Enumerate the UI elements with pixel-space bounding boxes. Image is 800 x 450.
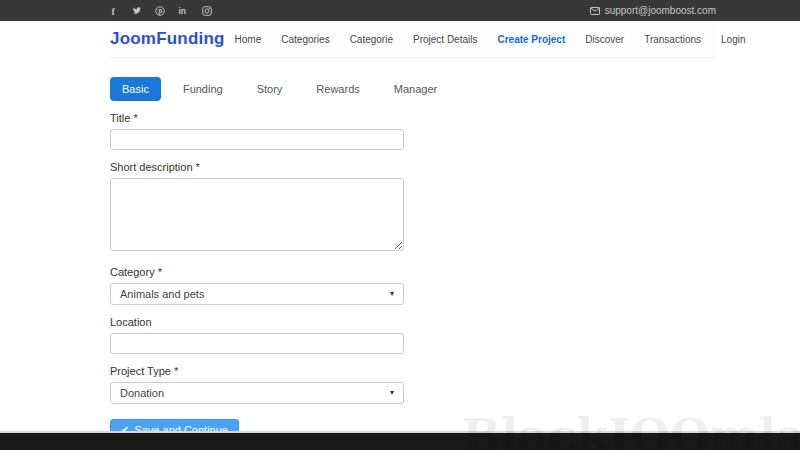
nav-item-categorie[interactable]: Categorie [340, 34, 403, 45]
location-label: Location [110, 316, 404, 329]
brand-logo[interactable]: JoomFunding [110, 29, 225, 49]
category-select[interactable]: Animals and pets ▾ [110, 283, 404, 305]
svg-text:in: in [179, 6, 187, 15]
short-description-label: Short description * [110, 161, 404, 174]
svg-text:f: f [112, 6, 116, 16]
title-input[interactable] [110, 129, 404, 150]
project-type-label: Project Type * [110, 365, 404, 378]
title-label: Title * [110, 112, 404, 125]
instagram-icon [202, 6, 212, 16]
tab-basic[interactable]: Basic [110, 77, 161, 101]
svg-text:p: p [158, 7, 162, 15]
pinterest-icon: p [155, 6, 165, 16]
footer-bar [0, 431, 800, 450]
nav-item-categories[interactable]: Categories [271, 34, 339, 45]
project-type-selected-value: Donation [120, 387, 164, 399]
category-selected-value: Animals and pets [120, 288, 204, 300]
support-email-text: support@joomboost.com [605, 5, 716, 16]
project-type-select[interactable]: Donation ▾ [110, 382, 404, 404]
social-links: f p in [110, 6, 212, 16]
tab-manager[interactable]: Manager [382, 77, 449, 101]
main-menu: Home Categories Categorie Project Detail… [225, 34, 756, 45]
nav-item-discover[interactable]: Discover [575, 34, 634, 45]
support-email-link[interactable]: support@joomboost.com [590, 5, 716, 16]
envelope-icon [590, 7, 600, 15]
tab-story[interactable]: Story [245, 77, 295, 101]
instagram-link[interactable] [202, 6, 212, 16]
nav-item-login[interactable]: Login [711, 34, 755, 45]
twitter-icon [132, 6, 142, 15]
caret-down-icon: ▾ [390, 389, 394, 397]
nav-item-home[interactable]: Home [225, 34, 272, 45]
linkedin-icon: in [178, 6, 189, 15]
pinterest-link[interactable]: p [155, 6, 165, 16]
tab-rewards[interactable]: Rewards [304, 77, 371, 101]
nav-item-transactions[interactable]: Transactions [634, 34, 711, 45]
facebook-icon: f [110, 6, 119, 16]
caret-down-icon: ▾ [390, 290, 394, 298]
form-tabs: Basic Funding Story Rewards Manager [110, 77, 800, 101]
nav-item-project-details[interactable]: Project Details [403, 34, 487, 45]
topbar: f p in [0, 0, 800, 21]
create-project-form: Title * Short description * Category * A… [110, 112, 404, 441]
category-label: Category * [110, 266, 404, 279]
facebook-link[interactable]: f [110, 6, 119, 16]
location-input[interactable] [110, 333, 404, 354]
nav-item-create-project[interactable]: Create Project [487, 34, 575, 45]
linkedin-link[interactable]: in [178, 6, 189, 15]
navbar: JoomFunding Home Categories Categorie Pr… [110, 21, 716, 58]
twitter-link[interactable] [132, 6, 142, 15]
tab-funding[interactable]: Funding [171, 77, 235, 101]
short-description-textarea[interactable] [110, 178, 404, 251]
main-content: Basic Funding Story Rewards Manager Titl… [0, 58, 800, 441]
